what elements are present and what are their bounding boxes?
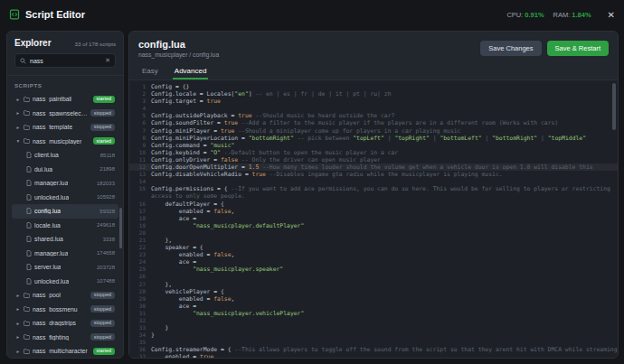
code-line-text[interactable]: "nass_musicplayer.vehiclePlayer" — [151, 310, 618, 317]
code-line-text[interactable]: } — [151, 324, 618, 331]
code-row[interactable]: 31 "nass_musicplayer.vehiclePlayer" — [129, 310, 618, 317]
code-row[interactable]: 34 } — [129, 331, 618, 339]
save-restart-button[interactable]: Save & Restart — [547, 41, 609, 56]
chevron-icon[interactable]: ▸ — [15, 306, 21, 312]
code-line-text[interactable]: Config.miniPlayerLocation = "bottomRight… — [151, 135, 618, 142]
sidebar-file-item[interactable]: dui.lua 21898 — [12, 163, 118, 177]
code-line-text[interactable]: Config.permissions = { --If you want to … — [151, 185, 618, 200]
code-line-text[interactable] — [151, 317, 618, 324]
code-row[interactable]: 32 — [129, 317, 618, 324]
save-changes-button[interactable]: Save Changes — [480, 41, 541, 56]
code-row[interactable]: 8 Config.miniPlayerLocation = "bottomRig… — [129, 135, 618, 142]
code-row[interactable]: 28 vehiclePlayer = { — [129, 288, 618, 295]
code-row[interactable]: 11 Config.onlyDriver = false -- Only the… — [129, 156, 618, 163]
chevron-icon[interactable]: ▸ — [15, 125, 21, 130]
tab[interactable]: Advanced — [173, 64, 209, 79]
code-row[interactable]: 14 — [129, 178, 618, 185]
code-row[interactable]: 22 speaker = { — [129, 244, 618, 251]
code-row[interactable]: 18 ace = — [129, 215, 618, 222]
code-row[interactable]: 6 Config.soundFilter = true --Add a filt… — [129, 119, 618, 126]
clear-search-icon[interactable]: ✕ — [105, 57, 110, 64]
code-row[interactable]: 10 Config.keybind = "O" --Default button… — [129, 149, 618, 156]
code-row[interactable]: 16 defaultPlayer = { — [129, 201, 618, 208]
code-row[interactable]: 3 Config.target = true — [129, 98, 618, 105]
code-line-text[interactable]: Config.locale = Locales["en"] -- en | es… — [151, 90, 618, 98]
code-row[interactable]: 7 Config.miniPlayer = true --Should a mi… — [129, 127, 618, 135]
sidebar-file-item[interactable]: manager.lua 182033 — [12, 176, 118, 191]
code-row[interactable]: 20 — [129, 229, 618, 237]
code-row[interactable]: 17 enabled = false, — [129, 208, 618, 215]
code-line-text[interactable]: Config.soundFilter = true --Add a filter… — [151, 119, 618, 126]
sidebar-script-item[interactable]: ▸ nass_spawnselector stopped — [12, 107, 118, 121]
sidebar-file-item[interactable]: manager.lua 174658 — [12, 247, 118, 261]
code-row[interactable]: 24 ace = — [129, 258, 618, 266]
code-row[interactable]: 37 enabled = true, — [129, 353, 618, 358]
code-row[interactable]: 12 Config.doorOpenMultiplier = 1.5 --How… — [129, 163, 618, 171]
code-line-text[interactable]: "nass_musicplayer.defaultPlayer" — [151, 222, 618, 229]
sidebar-script-item[interactable]: ▸ nass_fighting stopped — [12, 331, 118, 345]
code-row[interactable]: 35 — [129, 339, 618, 346]
code-line-text[interactable]: Config.miniPlayer = true --Should a mini… — [151, 127, 618, 135]
code-line-text[interactable]: enabled = true, — [151, 353, 618, 358]
code-line-text[interactable]: vehiclePlayer = { — [151, 288, 618, 295]
chevron-icon[interactable]: ▸ — [15, 349, 21, 354]
code-line-text[interactable]: speaker = { — [151, 244, 618, 251]
chevron-icon[interactable]: ▸ — [15, 110, 21, 116]
code-line-text[interactable]: Config.keybind = "O" --Default button to… — [151, 149, 618, 156]
code-line-text[interactable]: Config.doorOpenMultiplier = 1.5 --How ma… — [151, 163, 618, 171]
sidebar-file-item[interactable]: server.lua 203728 — [12, 260, 118, 275]
chevron-icon[interactable]: ▸ — [15, 97, 21, 102]
sidebar-script-item[interactable]: ▾ nass_musicplayer started — [12, 135, 118, 149]
code-line-text[interactable]: enabled = false, — [151, 295, 618, 303]
code-row[interactable]: 27 }, — [129, 281, 618, 288]
code-row[interactable]: 36 Config.streamerMode = { --This allows… — [129, 346, 618, 353]
search-box[interactable]: ✕ — [14, 53, 116, 68]
code-line-text[interactable]: }, — [151, 281, 618, 288]
code-line-text[interactable] — [151, 178, 618, 185]
code-line-text[interactable]: Config.streamerMode = { --This allows pl… — [151, 346, 618, 353]
code-line-text[interactable]: Config.disableVehicleRadio = true --Disa… — [151, 171, 618, 178]
code-line-text[interactable]: enabled = false, — [151, 208, 618, 215]
code-row[interactable]: 26 — [129, 273, 618, 280]
sidebar-file-item[interactable]: shared.lua 3338 — [12, 232, 118, 247]
sidebar-file-item[interactable]: client.lua 85118 — [12, 148, 118, 163]
code-line-text[interactable]: Config.onlyDriver = false -- Only the dr… — [151, 156, 618, 163]
code-line-text[interactable]: defaultPlayer = { — [151, 201, 618, 208]
code-row[interactable]: 15 Config.permissions = { --If you want … — [129, 185, 618, 200]
sidebar-file-item[interactable]: config.lua 59328 — [12, 204, 118, 219]
code-line-text[interactable] — [151, 339, 618, 346]
sidebar-scrollbar[interactable] — [119, 208, 122, 248]
code-line-text[interactable]: ace = — [151, 215, 618, 222]
code-row[interactable]: 21 }, — [129, 237, 618, 244]
sidebar-file-item[interactable]: unlocked.lua 105928 — [12, 191, 118, 205]
tab[interactable]: Easy — [140, 64, 160, 79]
code-row[interactable]: 9 Config.command = "music" — [129, 142, 618, 149]
search-input[interactable] — [30, 58, 101, 64]
code-row[interactable]: 4 — [129, 105, 618, 112]
code-line-text[interactable]: Config.command = "music" — [151, 142, 618, 149]
code-row[interactable]: 25 "nass_musicplayer.speaker" — [129, 266, 618, 273]
code-editor[interactable]: 1 Config = {} 2 Config.locale = Locales[… — [129, 80, 618, 358]
code-row[interactable]: 2 Config.locale = Locales["en"] -- en | … — [129, 90, 618, 98]
sidebar-script-item[interactable]: ▸ nass_dragstrips stopped — [12, 316, 118, 331]
sidebar-script-item[interactable]: ▸ nass_pool stopped — [12, 288, 118, 303]
code-row[interactable]: 13 Config.disableVehicleRadio = true --D… — [129, 171, 618, 178]
code-line-text[interactable]: Config.target = true — [151, 98, 618, 105]
sidebar-file-item[interactable]: unlocked.lua 107488 — [12, 275, 118, 289]
code-row[interactable]: 23 enabled = false, — [129, 251, 618, 258]
sidebar-script-item[interactable]: ▸ nass_bossmenu stopped — [12, 303, 118, 317]
chevron-icon[interactable]: ▾ — [15, 138, 21, 144]
chevron-icon[interactable]: ▸ — [15, 321, 21, 326]
code-line-text[interactable]: "nass_musicplayer.speaker" — [151, 266, 618, 273]
code-row[interactable]: 30 ace = — [129, 303, 618, 310]
code-line-text[interactable] — [151, 229, 618, 237]
chevron-icon[interactable]: ▸ — [15, 334, 21, 340]
code-line-text[interactable] — [151, 273, 618, 280]
chevron-icon[interactable]: ▸ — [15, 293, 21, 298]
code-row[interactable]: 5 Config.outsidePlayback = true --Should… — [129, 112, 618, 119]
code-line-text[interactable]: ace = — [151, 303, 618, 310]
code-line-text[interactable] — [151, 105, 618, 112]
code-line-text[interactable]: } — [151, 331, 618, 339]
sidebar-file-item[interactable]: locale.lua 249618 — [12, 219, 118, 233]
code-row[interactable]: 29 enabled = false, — [129, 295, 618, 303]
